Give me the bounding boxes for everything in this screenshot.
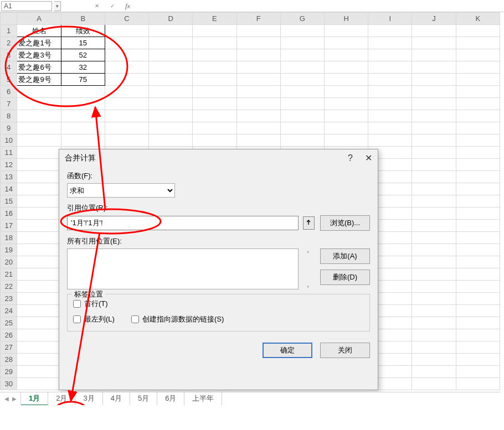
col-header[interactable]: H — [325, 13, 368, 25]
cell[interactable] — [193, 25, 236, 37]
cell[interactable] — [17, 98, 61, 110]
cell[interactable]: 爱之趣1号 — [17, 37, 61, 49]
cell[interactable] — [280, 98, 324, 110]
cell[interactable] — [456, 220, 500, 232]
cell[interactable] — [412, 134, 456, 147]
cell[interactable] — [236, 49, 280, 61]
cell[interactable] — [368, 49, 412, 61]
ok-button[interactable]: 确定 — [263, 343, 312, 358]
tab-nav-prev-icon[interactable]: ◀ — [4, 396, 9, 402]
col-header[interactable]: I — [368, 13, 412, 25]
cell[interactable] — [105, 37, 148, 49]
scrollbar[interactable]: ▴▾ — [304, 248, 312, 289]
row-header[interactable]: 13 — [1, 171, 17, 183]
row-header[interactable]: 12 — [1, 159, 17, 171]
create-links-checkbox[interactable]: 创建指向源数据的链接(S) — [131, 314, 224, 324]
cell[interactable] — [105, 134, 148, 147]
cell[interactable] — [17, 244, 61, 256]
close-button[interactable]: 关闭 — [320, 343, 370, 358]
cell[interactable] — [412, 86, 456, 98]
cell[interactable] — [17, 122, 61, 134]
cell[interactable] — [412, 232, 456, 244]
row-header[interactable]: 24 — [1, 305, 17, 317]
cell[interactable] — [61, 122, 105, 134]
cell[interactable]: 绩效 — [61, 25, 105, 37]
cell[interactable] — [193, 134, 236, 147]
row-header[interactable]: 29 — [1, 366, 17, 378]
cell[interactable] — [17, 268, 61, 281]
cell[interactable] — [17, 329, 61, 341]
cell[interactable] — [193, 86, 236, 98]
cell[interactable] — [456, 244, 500, 256]
cell[interactable] — [456, 110, 500, 122]
cell[interactable] — [325, 61, 368, 74]
cell[interactable] — [149, 134, 193, 147]
cell[interactable] — [412, 37, 456, 49]
row-header[interactable]: 9 — [1, 122, 17, 134]
cell[interactable] — [105, 74, 148, 86]
cell[interactable] — [456, 61, 500, 74]
cell[interactable] — [412, 25, 456, 37]
row-header[interactable]: 26 — [1, 329, 17, 341]
sheet-tab[interactable]: 3月 — [75, 392, 102, 405]
cell[interactable] — [61, 86, 105, 98]
cell[interactable] — [236, 86, 280, 98]
row-header[interactable]: 18 — [1, 232, 17, 244]
row-header[interactable]: 11 — [1, 147, 17, 159]
cell[interactable] — [412, 61, 456, 74]
cell[interactable] — [280, 61, 324, 74]
row-header[interactable]: 27 — [1, 341, 17, 354]
tab-nav-next-icon[interactable]: ▶ — [12, 396, 17, 402]
sheet-tab[interactable]: 上半年 — [184, 392, 222, 405]
worksheet-area[interactable]: A B C D E F G H I J K 1姓名绩效2爱之趣1号153爱之趣3… — [0, 12, 500, 405]
cell[interactable]: 爱之趣3号 — [17, 49, 61, 61]
cell[interactable] — [412, 354, 456, 366]
row-header[interactable]: 4 — [1, 61, 17, 74]
cell[interactable] — [61, 110, 105, 122]
cell[interactable] — [368, 98, 412, 110]
cell[interactable] — [17, 366, 61, 378]
cell[interactable] — [17, 354, 61, 366]
cell[interactable] — [368, 74, 412, 86]
cell[interactable] — [236, 134, 280, 147]
cell[interactable] — [412, 159, 456, 171]
row-header[interactable]: 22 — [1, 281, 17, 293]
cell[interactable] — [456, 74, 500, 86]
cell[interactable] — [456, 354, 500, 366]
cell[interactable] — [412, 366, 456, 378]
cell[interactable] — [456, 329, 500, 341]
all-references-list[interactable] — [67, 248, 299, 289]
col-header[interactable]: G — [280, 13, 324, 25]
cell[interactable] — [412, 317, 456, 329]
cell[interactable] — [105, 86, 148, 98]
cell[interactable] — [17, 159, 61, 171]
cell[interactable] — [325, 25, 368, 37]
row-header[interactable]: 8 — [1, 110, 17, 122]
cell[interactable] — [412, 110, 456, 122]
cell[interactable] — [149, 61, 193, 74]
cell[interactable] — [105, 122, 148, 134]
cell[interactable] — [280, 74, 324, 86]
cell[interactable] — [149, 25, 193, 37]
cell[interactable] — [368, 37, 412, 49]
cell[interactable] — [61, 98, 105, 110]
cell[interactable] — [456, 25, 500, 37]
cell[interactable] — [17, 183, 61, 195]
cell[interactable] — [149, 37, 193, 49]
cell[interactable] — [236, 98, 280, 110]
cell[interactable] — [105, 61, 148, 74]
cell[interactable] — [456, 256, 500, 268]
select-all-corner[interactable] — [1, 13, 17, 25]
cell[interactable] — [456, 208, 500, 220]
delete-button[interactable]: 删除(D) — [320, 270, 370, 285]
cell[interactable] — [412, 208, 456, 220]
row-header[interactable]: 15 — [1, 195, 17, 208]
cell[interactable] — [368, 110, 412, 122]
cell[interactable] — [325, 74, 368, 86]
cell[interactable] — [412, 281, 456, 293]
first-row-checkbox[interactable]: 首行(T) — [73, 299, 364, 309]
cell[interactable] — [456, 281, 500, 293]
col-header[interactable]: F — [236, 13, 280, 25]
cell[interactable] — [456, 183, 500, 195]
sheet-tab[interactable]: 5月 — [130, 392, 157, 405]
